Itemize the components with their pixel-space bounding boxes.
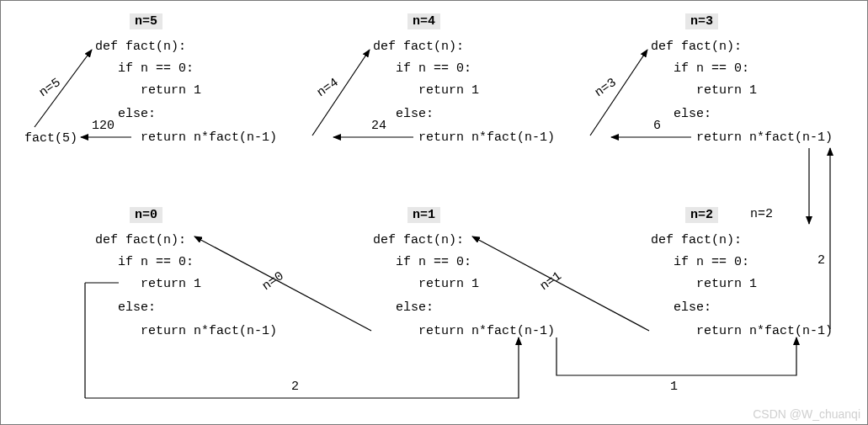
return-label-2b: 2 xyxy=(291,380,299,394)
code-line: return 1 xyxy=(373,82,479,100)
code-line: if n == 0: xyxy=(373,60,471,78)
badge-n3: n=3 xyxy=(685,13,718,29)
return-label-6: 6 xyxy=(653,119,661,133)
return-label-2a: 2 xyxy=(817,253,825,268)
code-line: else: xyxy=(95,299,156,317)
code-line: return n*fact(n-1) xyxy=(95,322,277,341)
code-line: if n == 0: xyxy=(651,60,749,78)
diagram-canvas: n=5 n=4 n=3 n=0 n=1 n=2 def fact(n): if … xyxy=(0,0,868,425)
code-line: def fact(n): xyxy=(373,231,464,250)
watermark: CSDN @W_chuanqi xyxy=(753,407,860,421)
call-label-n0: n=0 xyxy=(260,269,287,294)
code-line: return n*fact(n-1) xyxy=(651,322,833,341)
initial-call: fact(5) xyxy=(24,131,77,146)
svg-line-9 xyxy=(194,236,371,331)
call-label-n4: n=4 xyxy=(315,76,342,100)
call-label-n2: n=2 xyxy=(750,207,773,221)
code-line: def fact(n): xyxy=(373,38,464,56)
return-label-1: 1 xyxy=(670,380,678,394)
call-label-n1: n=1 xyxy=(538,269,565,294)
call-label-n3: n=3 xyxy=(593,76,620,100)
code-line: return 1 xyxy=(373,275,479,294)
code-line: return 1 xyxy=(95,82,201,100)
code-line: def fact(n): xyxy=(95,38,186,56)
code-line: return 1 xyxy=(651,82,757,100)
code-line: return n*fact(n-1) xyxy=(95,129,277,147)
svg-line-8 xyxy=(472,236,649,331)
code-line: if n == 0: xyxy=(95,60,194,78)
badge-n5: n=5 xyxy=(130,13,162,29)
code-line: if n == 0: xyxy=(651,253,749,272)
code-line: else: xyxy=(651,299,711,317)
code-line: else: xyxy=(373,299,434,317)
code-line: def fact(n): xyxy=(651,231,742,250)
badge-n0: n=0 xyxy=(130,207,162,223)
code-line: return 1 xyxy=(651,275,757,294)
code-line: return n*fact(n-1) xyxy=(651,129,833,147)
return-label-120: 120 xyxy=(92,119,114,133)
code-line: return n*fact(n-1) xyxy=(373,129,555,147)
badge-n2: n=2 xyxy=(685,207,718,223)
code-line: if n == 0: xyxy=(95,253,194,272)
badge-n1: n=1 xyxy=(407,207,440,223)
code-line: return 1 xyxy=(95,275,201,294)
code-line: if n == 0: xyxy=(373,253,471,272)
code-line: return n*fact(n-1) xyxy=(373,322,555,341)
code-line: def fact(n): xyxy=(651,38,742,56)
call-label-n5: n=5 xyxy=(37,76,64,100)
code-line: def fact(n): xyxy=(95,231,186,250)
badge-n4: n=4 xyxy=(407,13,440,29)
return-label-24: 24 xyxy=(371,119,386,133)
